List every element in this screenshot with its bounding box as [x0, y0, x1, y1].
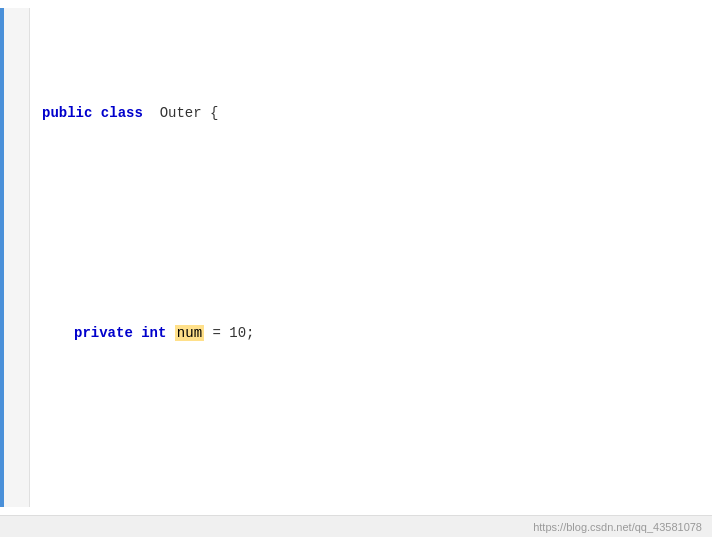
class-name-outer: Outer {	[151, 105, 218, 121]
watermark-text: https://blog.csdn.net/qq_43581078	[533, 521, 702, 533]
left-accent	[0, 8, 4, 507]
bottom-bar: https://blog.csdn.net/qq_43581078	[0, 515, 712, 537]
line-blank-2	[42, 432, 700, 454]
line-blank-1	[42, 212, 700, 234]
line-outer-class: public class Outer {	[42, 102, 700, 124]
editor-container: public class Outer { private int num = 1…	[0, 0, 712, 537]
kw-class-1: class	[101, 105, 143, 121]
kw-int: int	[141, 325, 166, 341]
kw-public-1: public	[42, 105, 92, 121]
code-content[interactable]: public class Outer { private int num = 1…	[30, 8, 712, 507]
left-gutter	[0, 8, 30, 507]
kw-private: private	[74, 325, 133, 341]
code-area: public class Outer { private int num = 1…	[0, 0, 712, 515]
line-field: private int num = 10;	[42, 322, 700, 344]
highlight-num: num	[175, 325, 204, 341]
field-value: = 10;	[204, 325, 254, 341]
